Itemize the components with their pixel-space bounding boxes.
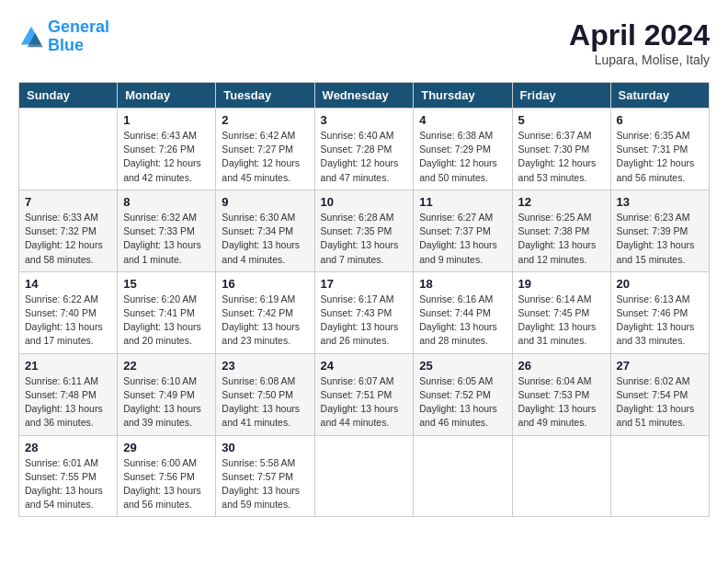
calendar-cell: 10Sunrise: 6:28 AM Sunset: 7:35 PM Dayli… <box>314 190 414 271</box>
day-number: 22 <box>123 359 210 373</box>
day-info: Sunrise: 6:01 AM Sunset: 7:55 PM Dayligh… <box>25 456 111 512</box>
day-number: 8 <box>123 195 210 209</box>
calendar-cell: 24Sunrise: 6:07 AM Sunset: 7:51 PM Dayli… <box>314 353 414 435</box>
weekday-header-friday: Friday <box>512 83 610 109</box>
day-number: 12 <box>518 195 605 209</box>
day-info: Sunrise: 6:07 AM Sunset: 7:51 PM Dayligh… <box>321 374 408 431</box>
calendar-cell: 22Sunrise: 6:10 AM Sunset: 7:49 PM Dayli… <box>118 353 216 435</box>
day-number: 26 <box>518 359 605 373</box>
day-number: 20 <box>617 277 703 291</box>
calendar-cell <box>314 435 414 517</box>
page-header: General Blue April 2024 Lupara, Molise, … <box>18 18 710 67</box>
calendar-cell: 14Sunrise: 6:22 AM Sunset: 7:40 PM Dayli… <box>19 271 118 353</box>
day-info: Sunrise: 6:11 AM Sunset: 7:48 PM Dayligh… <box>25 374 111 431</box>
day-number: 16 <box>222 277 308 291</box>
day-info: Sunrise: 6:32 AM Sunset: 7:33 PM Dayligh… <box>123 211 210 267</box>
day-number: 19 <box>518 277 605 291</box>
day-info: Sunrise: 6:00 AM Sunset: 7:56 PM Dayligh… <box>123 456 210 512</box>
calendar-cell <box>610 435 709 517</box>
day-info: Sunrise: 6:14 AM Sunset: 7:45 PM Dayligh… <box>518 293 605 349</box>
calendar-cell: 7Sunrise: 6:33 AM Sunset: 7:32 PM Daylig… <box>19 190 118 271</box>
day-info: Sunrise: 6:05 AM Sunset: 7:52 PM Dayligh… <box>419 374 506 431</box>
logo: General Blue <box>18 18 109 55</box>
calendar-cell: 6Sunrise: 6:35 AM Sunset: 7:31 PM Daylig… <box>610 109 709 190</box>
day-info: Sunrise: 6:08 AM Sunset: 7:50 PM Dayligh… <box>222 374 308 431</box>
calendar-cell: 5Sunrise: 6:37 AM Sunset: 7:30 PM Daylig… <box>512 109 610 190</box>
day-number: 28 <box>25 441 111 454</box>
day-info: Sunrise: 6:28 AM Sunset: 7:35 PM Dayligh… <box>321 211 408 267</box>
day-info: Sunrise: 6:30 AM Sunset: 7:34 PM Dayligh… <box>222 211 308 267</box>
calendar-week-2: 7Sunrise: 6:33 AM Sunset: 7:32 PM Daylig… <box>19 190 710 271</box>
day-number: 29 <box>123 441 210 454</box>
logo-line1: General <box>48 17 109 36</box>
calendar-cell: 26Sunrise: 6:04 AM Sunset: 7:53 PM Dayli… <box>512 353 610 435</box>
day-info: Sunrise: 6:16 AM Sunset: 7:44 PM Dayligh… <box>419 293 506 349</box>
calendar-cell <box>414 435 512 517</box>
weekday-header-sunday: Sunday <box>19 83 118 109</box>
day-info: Sunrise: 6:37 AM Sunset: 7:30 PM Dayligh… <box>518 129 605 185</box>
calendar-cell: 12Sunrise: 6:25 AM Sunset: 7:38 PM Dayli… <box>512 190 610 271</box>
title-block: April 2024 Lupara, Molise, Italy <box>569 18 710 67</box>
day-number: 10 <box>321 195 408 209</box>
day-info: Sunrise: 6:19 AM Sunset: 7:42 PM Dayligh… <box>222 293 308 349</box>
calendar-body: 1Sunrise: 6:43 AM Sunset: 7:26 PM Daylig… <box>19 109 710 517</box>
day-number: 11 <box>419 195 506 209</box>
day-number: 24 <box>321 359 408 373</box>
logo-line2: Blue <box>48 36 84 54</box>
day-info: Sunrise: 5:58 AM Sunset: 7:57 PM Dayligh… <box>222 456 308 512</box>
day-number: 13 <box>617 195 703 209</box>
day-number: 3 <box>321 113 408 127</box>
weekday-header-saturday: Saturday <box>610 83 709 109</box>
calendar-cell: 23Sunrise: 6:08 AM Sunset: 7:50 PM Dayli… <box>216 353 314 435</box>
day-number: 30 <box>222 441 308 454</box>
day-number: 7 <box>25 195 111 209</box>
day-info: Sunrise: 6:17 AM Sunset: 7:43 PM Dayligh… <box>321 293 408 349</box>
calendar-cell: 28Sunrise: 6:01 AM Sunset: 7:55 PM Dayli… <box>19 435 118 517</box>
calendar-header: SundayMondayTuesdayWednesdayThursdayFrid… <box>19 83 710 109</box>
day-number: 14 <box>25 277 111 291</box>
day-info: Sunrise: 6:35 AM Sunset: 7:31 PM Dayligh… <box>617 129 703 185</box>
logo-icon <box>18 24 44 50</box>
calendar-cell: 11Sunrise: 6:27 AM Sunset: 7:37 PM Dayli… <box>414 190 512 271</box>
day-number: 25 <box>419 359 506 373</box>
calendar-cell: 30Sunrise: 5:58 AM Sunset: 7:57 PM Dayli… <box>216 435 314 517</box>
calendar-cell <box>19 109 118 190</box>
day-number: 4 <box>419 113 506 127</box>
calendar-cell: 9Sunrise: 6:30 AM Sunset: 7:34 PM Daylig… <box>216 190 314 271</box>
weekday-header-thursday: Thursday <box>414 83 512 109</box>
calendar-cell: 27Sunrise: 6:02 AM Sunset: 7:54 PM Dayli… <box>610 353 709 435</box>
location-subtitle: Lupara, Molise, Italy <box>569 52 710 67</box>
day-info: Sunrise: 6:25 AM Sunset: 7:38 PM Dayligh… <box>518 211 605 267</box>
calendar-week-3: 14Sunrise: 6:22 AM Sunset: 7:40 PM Dayli… <box>19 271 710 353</box>
day-number: 6 <box>617 113 703 127</box>
calendar-cell: 2Sunrise: 6:42 AM Sunset: 7:27 PM Daylig… <box>216 109 314 190</box>
day-info: Sunrise: 6:40 AM Sunset: 7:28 PM Dayligh… <box>321 129 408 185</box>
day-info: Sunrise: 6:43 AM Sunset: 7:26 PM Dayligh… <box>123 129 210 185</box>
calendar-cell: 18Sunrise: 6:16 AM Sunset: 7:44 PM Dayli… <box>414 271 512 353</box>
calendar-cell <box>512 435 610 517</box>
calendar-cell: 17Sunrise: 6:17 AM Sunset: 7:43 PM Dayli… <box>314 271 414 353</box>
day-number: 27 <box>617 359 703 373</box>
weekday-header-tuesday: Tuesday <box>216 83 314 109</box>
calendar-cell: 25Sunrise: 6:05 AM Sunset: 7:52 PM Dayli… <box>414 353 512 435</box>
day-info: Sunrise: 6:27 AM Sunset: 7:37 PM Dayligh… <box>419 211 506 267</box>
day-info: Sunrise: 6:38 AM Sunset: 7:29 PM Dayligh… <box>419 129 506 185</box>
calendar-week-1: 1Sunrise: 6:43 AM Sunset: 7:26 PM Daylig… <box>19 109 710 190</box>
weekday-header-wednesday: Wednesday <box>314 83 414 109</box>
day-number: 2 <box>222 113 308 127</box>
calendar-cell: 16Sunrise: 6:19 AM Sunset: 7:42 PM Dayli… <box>216 271 314 353</box>
day-info: Sunrise: 6:02 AM Sunset: 7:54 PM Dayligh… <box>617 374 703 431</box>
month-title: April 2024 <box>569 18 710 52</box>
calendar-cell: 21Sunrise: 6:11 AM Sunset: 7:48 PM Dayli… <box>19 353 118 435</box>
calendar-table: SundayMondayTuesdayWednesdayThursdayFrid… <box>18 82 710 517</box>
day-number: 1 <box>123 113 210 127</box>
calendar-cell: 1Sunrise: 6:43 AM Sunset: 7:26 PM Daylig… <box>118 109 216 190</box>
calendar-cell: 8Sunrise: 6:32 AM Sunset: 7:33 PM Daylig… <box>118 190 216 271</box>
day-number: 9 <box>222 195 308 209</box>
day-number: 18 <box>419 277 506 291</box>
calendar-cell: 13Sunrise: 6:23 AM Sunset: 7:39 PM Dayli… <box>610 190 709 271</box>
day-info: Sunrise: 6:10 AM Sunset: 7:49 PM Dayligh… <box>123 374 210 431</box>
calendar-cell: 29Sunrise: 6:00 AM Sunset: 7:56 PM Dayli… <box>118 435 216 517</box>
calendar-cell: 3Sunrise: 6:40 AM Sunset: 7:28 PM Daylig… <box>314 109 414 190</box>
calendar-week-5: 28Sunrise: 6:01 AM Sunset: 7:55 PM Dayli… <box>19 435 710 517</box>
